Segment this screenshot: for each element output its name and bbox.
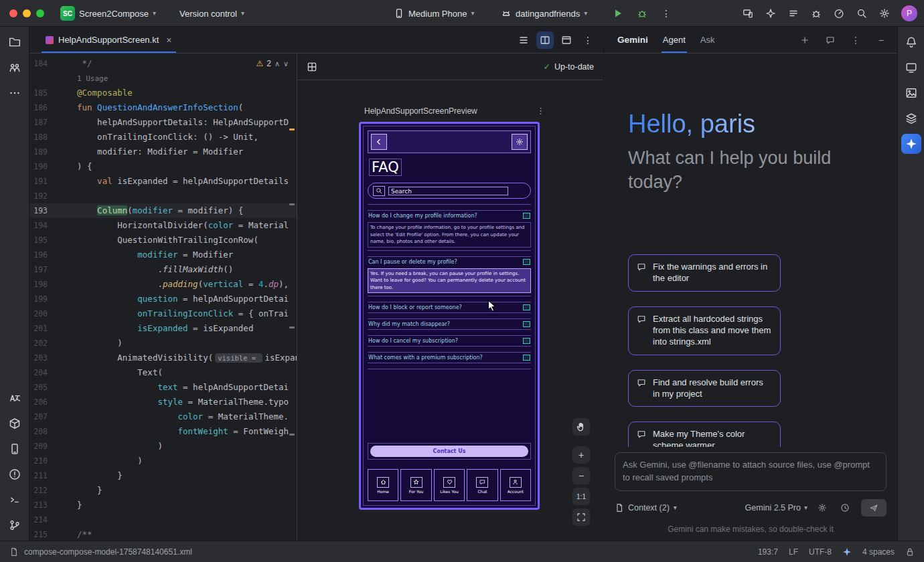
code-view-button[interactable]	[515, 31, 532, 49]
code-line[interactable]: 212 }	[29, 483, 297, 498]
notifications-button[interactable]	[901, 32, 921, 52]
preview-layout-icon[interactable]	[307, 62, 317, 72]
close-tab-icon[interactable]: ×	[166, 35, 171, 45]
debug-button[interactable]	[632, 3, 652, 23]
code-line[interactable]: 186fun QuestionAndAnswerInfoSection(	[29, 100, 297, 115]
faq-question[interactable]: What comes with a premium subscription?	[368, 353, 531, 363]
code-line[interactable]: 195 QuestionWithTrailingIconRow(	[29, 233, 297, 248]
editor-tab[interactable]: HelpAndSupportScreen.kt ×	[39, 27, 179, 53]
code-line[interactable]: 189 modifier: Modifier = Modifier	[29, 145, 297, 159]
close-window-button[interactable]	[9, 9, 17, 17]
code-line[interactable]: 208 fontWeight = FontWeigh	[29, 424, 297, 439]
context-chip[interactable]: Context (2) ▾	[615, 503, 677, 512]
gemini-status-icon[interactable]	[842, 547, 852, 557]
faq-question[interactable]: How do I block or report someone?	[368, 302, 531, 312]
expand-icon[interactable]	[523, 304, 530, 310]
code-line[interactable]: 211 }	[29, 468, 297, 483]
profile-avatar[interactable]: P	[901, 5, 917, 21]
tab-agent[interactable]: Agent	[663, 27, 686, 53]
zoom-window-button[interactable]	[36, 9, 44, 17]
code-line[interactable]: 213}	[29, 498, 297, 512]
faq-question[interactable]: Why did my match disappear?	[368, 319, 531, 329]
code-line[interactable]: 202 )	[29, 336, 297, 351]
code-line[interactable]: 194 HorizontalDivider(color = Material	[29, 218, 297, 233]
wf-settings-button[interactable]	[512, 134, 528, 150]
chat-history-button[interactable]	[822, 32, 838, 48]
commits-button[interactable]	[5, 58, 25, 78]
code-line[interactable]: 190) {	[29, 159, 297, 174]
editor-options-icon[interactable]: ⋮	[579, 31, 597, 49]
code-line[interactable]: 191 val isExpanded = helpAndSupportDetai…	[29, 174, 297, 189]
inspection-widget[interactable]: ⚠ 2 ∧ ∨	[256, 59, 289, 68]
nav-item-home[interactable]: Home	[368, 469, 398, 501]
gemini-assist-button[interactable]	[761, 3, 781, 23]
panel-options-icon[interactable]: ⋮	[848, 32, 864, 48]
tab-ask[interactable]: Ask	[700, 27, 715, 53]
expand-icon[interactable]	[523, 338, 530, 344]
faq-question[interactable]: Can I pause or delete my profile?	[368, 257, 531, 267]
suggestion-card[interactable]: Make my Theme's color scheme warmer	[628, 421, 781, 447]
code-line[interactable]: 197 .fillMaxWidth()	[29, 262, 297, 277]
minimize-window-button[interactable]	[23, 9, 31, 17]
nav-item-chat[interactable]: Chat	[467, 469, 497, 501]
expand-icon[interactable]	[523, 259, 530, 265]
suggestion-card[interactable]: Extract all hardcoded strings from this …	[628, 306, 781, 355]
code-line[interactable]: 205 text = helpAndSupportDetai	[29, 380, 297, 395]
packages-button[interactable]	[5, 413, 25, 434]
prev-issue-icon[interactable]: ∧	[275, 60, 280, 68]
zoom-in-button[interactable]: +	[572, 446, 590, 464]
code-line[interactable]: 187 helpAndSupportDetails: HelpAndSuppor…	[29, 115, 297, 130]
app-quality-insights-button[interactable]	[806, 3, 826, 23]
todo-button[interactable]	[783, 3, 803, 23]
profiler-button[interactable]	[829, 3, 849, 23]
project-folder-button[interactable]	[5, 32, 25, 52]
nav-item-for-you[interactable]: For You	[400, 469, 431, 501]
code-line[interactable]: 200 onTrailingIconClick = { onTrai	[29, 306, 297, 321]
zoom-actual-button[interactable]: 1:1	[572, 488, 590, 505]
design-view-button[interactable]	[558, 31, 575, 49]
code-line[interactable]: 199 question = helpAndSupportDetai	[29, 292, 297, 306]
code-line[interactable]: 207 color = MaterialTheme.	[29, 409, 297, 424]
search-everywhere-button[interactable]	[852, 3, 872, 23]
zoom-out-button[interactable]: −	[572, 467, 590, 484]
caret-position[interactable]: 193:7	[758, 547, 778, 557]
code-line[interactable]: 201 isExpanded = isExpanded	[29, 321, 297, 336]
code-line[interactable]: 193 Column(modifier = modifier) {	[29, 203, 297, 218]
expand-icon[interactable]	[523, 321, 530, 327]
project-selector[interactable]: SC Screen2Compose ▾	[60, 0, 156, 27]
lock-icon[interactable]	[905, 547, 915, 557]
code-line[interactable]: 215/**	[29, 527, 297, 541]
hide-panel-icon[interactable]: −	[873, 32, 889, 48]
code-line[interactable]: 210 )	[29, 454, 297, 468]
running-devices-button[interactable]	[5, 439, 25, 459]
version-control-button[interactable]	[5, 515, 25, 535]
code-line[interactable]: 196 modifier = Modifier	[29, 248, 297, 262]
code-line[interactable]: 203 AnimatedVisibility(visible = isExpan	[29, 351, 297, 365]
file-encoding[interactable]: UTF-8	[809, 547, 832, 557]
preview-options-icon[interactable]: ⋮	[536, 106, 545, 116]
code-editor[interactable]: 184 */1 Usage185@Composable186fun Questi…	[29, 54, 297, 541]
device-selector[interactable]: Medium Phone ▾	[394, 0, 474, 27]
code-line[interactable]: 206 style = MaterialTheme.typo	[29, 395, 297, 409]
code-line[interactable]: 198 .padding(vertical = 4.dp),	[29, 277, 297, 292]
gemini-settings-button[interactable]	[814, 500, 830, 516]
prompt-history-button[interactable]	[837, 500, 853, 516]
pan-button[interactable]	[572, 418, 590, 436]
code-inlay-row[interactable]: 1 Usage	[29, 71, 297, 86]
indent-setting[interactable]: 4 spaces	[862, 547, 895, 557]
more-run-actions-button[interactable]: ⋮	[656, 3, 676, 23]
nav-item-likes-you[interactable]: Likes You	[434, 469, 465, 501]
run-configuration-selector[interactable]: datingandfriends ▾	[501, 0, 587, 27]
send-button[interactable]	[861, 499, 887, 517]
vcs-widget[interactable]: Version control ▾	[179, 0, 244, 27]
strings-button[interactable]	[5, 388, 25, 408]
split-view-button[interactable]	[536, 31, 554, 49]
layout-inspector-button[interactable]	[901, 83, 921, 103]
build-assistant-button[interactable]	[901, 58, 921, 78]
problems-button[interactable]	[5, 464, 25, 484]
code-line[interactable]: 188 onTrailingIconClick: () -> Unit,	[29, 130, 297, 145]
code-line[interactable]: 185@Composable	[29, 86, 297, 100]
line-separator[interactable]: LF	[789, 547, 798, 557]
expand-icon[interactable]	[523, 213, 530, 219]
next-issue-icon[interactable]: ∨	[283, 60, 289, 68]
